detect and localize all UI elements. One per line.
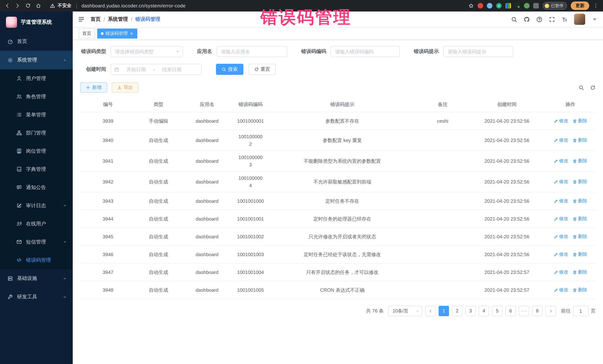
sidebar-item[interactable]: 审计日志 bbox=[0, 197, 73, 215]
table-row[interactable]: 3946自动生成dashboard1001001003定时任务已经处于该状态，无… bbox=[80, 246, 596, 264]
sidebar-item[interactable]: 错误码管理 bbox=[0, 251, 73, 269]
table-row[interactable]: 3939手动编辑dashboard1001000001参数配置不存在ceshi2… bbox=[80, 112, 596, 130]
sidebar-item[interactable]: 首页 bbox=[0, 32, 73, 51]
edit-link[interactable]: 修改 bbox=[554, 178, 568, 185]
error-code-input[interactable] bbox=[331, 46, 400, 57]
sidebar-item[interactable]: 岗位管理 bbox=[0, 142, 73, 160]
browser-update-button[interactable]: 更新 bbox=[571, 1, 589, 10]
edit-link[interactable]: 修改 bbox=[554, 233, 568, 240]
extension-chart-icon[interactable] bbox=[505, 3, 511, 9]
paused-badge[interactable]: 已暂停 bbox=[543, 2, 567, 10]
next-page-button[interactable] bbox=[545, 306, 556, 316]
page-button[interactable]: 5 bbox=[492, 306, 502, 316]
github-icon[interactable] bbox=[524, 16, 530, 22]
edit-link[interactable]: 修改 bbox=[554, 251, 568, 258]
table-row[interactable]: 3944自动生成dashboard1001001001定时任务的处理器已经存在2… bbox=[80, 210, 596, 228]
table-row[interactable]: 3945自动生成dashboard1001001002只允许修改为开启或者关闭状… bbox=[80, 228, 596, 246]
extension-record-icon[interactable] bbox=[477, 3, 483, 9]
start-date-input[interactable] bbox=[121, 66, 151, 72]
help-icon[interactable] bbox=[536, 16, 543, 22]
delete-link[interactable]: 删除 bbox=[572, 118, 587, 124]
table-row[interactable]: 3943自动生成dashboard1001001000定时任务不存在2021-0… bbox=[80, 192, 596, 210]
page-button[interactable]: 3 bbox=[465, 306, 476, 316]
page-button[interactable]: 4 bbox=[479, 306, 489, 316]
delete-link[interactable]: 删除 bbox=[572, 178, 587, 185]
header-search-icon[interactable] bbox=[511, 16, 517, 22]
toggle-search-icon[interactable] bbox=[579, 85, 584, 90]
delete-link[interactable]: 删除 bbox=[572, 287, 587, 294]
delete-link[interactable]: 删除 bbox=[572, 215, 587, 222]
edit-link[interactable]: 修改 bbox=[554, 157, 568, 165]
security-chip[interactable]: 不安全 bbox=[50, 3, 71, 9]
delete-link[interactable]: 删除 bbox=[572, 198, 587, 205]
sidebar-item[interactable]: 用户管理 bbox=[0, 69, 73, 88]
edit-link[interactable]: 修改 bbox=[554, 118, 568, 124]
close-tab-icon[interactable] bbox=[129, 32, 134, 36]
prev-page-button[interactable] bbox=[425, 306, 436, 316]
app-logo[interactable]: 芋道管理系统 bbox=[0, 11, 73, 32]
edit-link[interactable]: 修改 bbox=[554, 287, 568, 294]
reset-button[interactable]: 重置 bbox=[248, 64, 276, 75]
goto-page-input[interactable] bbox=[573, 306, 589, 316]
page-button[interactable]: 2 bbox=[452, 306, 462, 316]
app-name-input[interactable] bbox=[217, 46, 287, 57]
table-row[interactable]: 3942自动生成dashboard1001000004不允许获取敏感配置到前端2… bbox=[80, 172, 596, 192]
delete-link[interactable]: 删除 bbox=[572, 157, 587, 165]
add-button[interactable]: 新增 bbox=[80, 82, 107, 93]
hamburger-icon[interactable] bbox=[78, 16, 85, 22]
edit-link[interactable]: 修改 bbox=[554, 198, 568, 205]
delete-link[interactable]: 删除 bbox=[572, 251, 587, 258]
sidebar-item[interactable]: 部门管理 bbox=[0, 124, 73, 142]
sidebar-item[interactable]: 字典管理 bbox=[0, 160, 73, 178]
sidebar-item[interactable]: 系统管理 bbox=[0, 51, 73, 69]
delete-link[interactable]: 删除 bbox=[572, 269, 587, 276]
extension-v-icon[interactable]: V bbox=[496, 3, 502, 9]
page-button[interactable]: 8 bbox=[532, 306, 543, 316]
sidebar-item[interactable]: 短信管理 bbox=[0, 233, 73, 251]
reload-button[interactable] bbox=[25, 3, 31, 9]
sidebar-item[interactable]: 通知公告 bbox=[0, 178, 73, 197]
error-type-select[interactable] bbox=[111, 46, 183, 57]
delete-link[interactable]: 删除 bbox=[572, 233, 587, 240]
table-row[interactable]: 3940自动生成dashboard1001000002参数配置 key 重复20… bbox=[80, 130, 596, 151]
home-button[interactable] bbox=[36, 3, 41, 9]
user-avatar[interactable] bbox=[574, 14, 585, 25]
date-range-picker[interactable]: - bbox=[111, 64, 202, 75]
delete-link[interactable]: 删除 bbox=[572, 137, 587, 144]
avatar-caret-down-icon[interactable] bbox=[591, 16, 598, 22]
pagination-more-icon[interactable]: ··· bbox=[519, 306, 529, 316]
table-row[interactable]: 3941自动生成dashboard1001000003不能删除类型为系统内置的参… bbox=[80, 151, 596, 172]
browser-menu-icon[interactable] bbox=[593, 3, 599, 9]
breadcrumb-item[interactable]: 首页 bbox=[91, 16, 101, 22]
export-button[interactable]: 导出 bbox=[112, 82, 139, 93]
forward-button[interactable] bbox=[15, 3, 20, 9]
extension-on-badge-icon[interactable] bbox=[515, 3, 520, 9]
back-button[interactable] bbox=[4, 3, 10, 9]
font-size-icon[interactable] bbox=[561, 16, 568, 22]
page-button[interactable]: 6 bbox=[505, 306, 516, 316]
extension-leaf-icon[interactable] bbox=[524, 3, 530, 9]
bookmark-star-icon[interactable] bbox=[468, 3, 474, 9]
edit-link[interactable]: 修改 bbox=[554, 137, 568, 144]
end-date-input[interactable] bbox=[157, 66, 187, 72]
tab-error-code[interactable]: 错误码管理 bbox=[97, 29, 137, 39]
table-row[interactable]: 3948自动生成dashboard1001001005CRON 表达式不正确20… bbox=[80, 281, 596, 299]
extension-drop-icon[interactable] bbox=[487, 3, 492, 9]
refresh-table-icon[interactable] bbox=[590, 85, 596, 90]
breadcrumb-item[interactable]: 系统管理 bbox=[108, 16, 128, 22]
sidebar-item[interactable]: 研发工具 bbox=[0, 288, 73, 306]
sidebar-item[interactable]: 在线用户 bbox=[0, 215, 73, 233]
fullscreen-icon[interactable] bbox=[549, 16, 555, 22]
sidebar-item[interactable]: 菜单管理 bbox=[0, 106, 73, 124]
search-button[interactable]: 搜索 bbox=[216, 64, 243, 75]
table-row[interactable]: 3947自动生成dashboard1001001004只有开启状态的任务，才可以… bbox=[80, 264, 596, 281]
sidebar-item[interactable]: 角色管理 bbox=[0, 88, 73, 106]
edit-link[interactable]: 修改 bbox=[554, 269, 568, 276]
address-url[interactable]: dashboard.yudao.iocoder.cn/system/error-… bbox=[81, 3, 186, 9]
sidebar-item[interactable]: 基础设施 bbox=[0, 269, 73, 288]
edit-link[interactable]: 修改 bbox=[554, 215, 568, 222]
error-msg-input[interactable] bbox=[443, 46, 513, 57]
extensions-puzzle-icon[interactable] bbox=[533, 3, 539, 9]
page-size-select[interactable] bbox=[388, 306, 422, 316]
tab-home[interactable]: 首页 bbox=[79, 29, 95, 39]
